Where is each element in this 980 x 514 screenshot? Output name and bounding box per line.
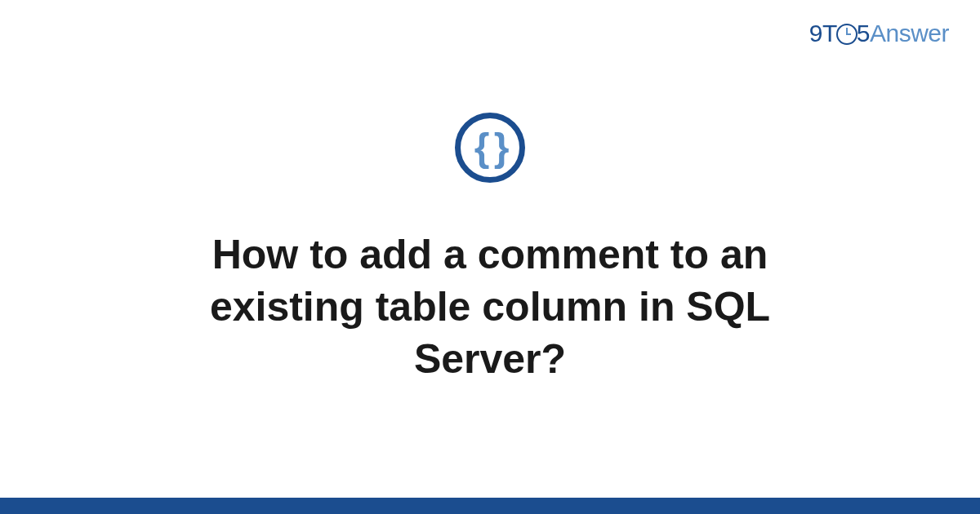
code-braces-icon: { } [474, 128, 506, 167]
main-content: { } How to add a comment to an existing … [0, 0, 980, 498]
category-icon-circle: { } [455, 113, 525, 183]
footer-bar [0, 498, 980, 514]
question-title: How to add a comment to an existing tabl… [114, 228, 866, 385]
